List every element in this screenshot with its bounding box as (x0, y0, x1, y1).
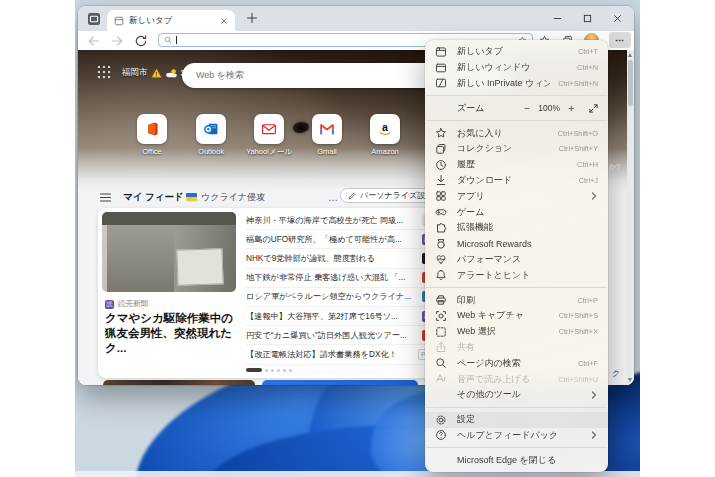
amazon-icon: a (370, 114, 400, 144)
extensions-icon (435, 222, 448, 234)
headline-item[interactable]: 【改正電帳法対応】請求書業務をDX化！ PR (246, 345, 433, 364)
quick-link-tile[interactable]: a Amazon (360, 114, 410, 156)
menu-item[interactable]: 音声で読み上げる Ctrl+Shift+U (425, 371, 608, 387)
menu-item[interactable]: ダウンロード Ctrl+J (425, 173, 608, 189)
menu-item[interactable]: 共有 (425, 340, 608, 356)
page-scrollbar[interactable] (627, 50, 634, 385)
tab-bar: 新しいタブ (78, 6, 634, 31)
more-options-button[interactable]: ⋯ (609, 32, 631, 48)
menu-item[interactable]: お気に入り Ctrl+Shift+O (425, 125, 608, 141)
weather-city: 福岡市 (122, 67, 148, 79)
tab-actions-menu-button[interactable] (87, 12, 101, 26)
feed-menu-icon[interactable] (100, 188, 111, 206)
games-icon (435, 206, 448, 218)
quick-link-tile[interactable]: Office (127, 114, 177, 156)
help-icon (435, 429, 448, 441)
pagination-dot[interactable] (265, 369, 268, 372)
menu-item[interactable]: ページ内の検索 Ctrl+F (425, 355, 608, 371)
pagination-dot-active[interactable] (246, 368, 262, 372)
edge-more-menu: 新しいタブ Ctrl+T 新しいウィンドウ Ctrl+N 新しい InPriva… (425, 40, 608, 472)
rewards-icon (435, 238, 448, 250)
news-source: 読 読売新聞 (105, 299, 148, 309)
menu-item[interactable]: 設定 (425, 412, 608, 428)
menu-item[interactable]: 拡張機能 (425, 220, 608, 236)
minimize-button[interactable] (542, 6, 572, 31)
card-pagination (98, 368, 440, 372)
pagination-dot[interactable] (277, 369, 280, 372)
feed-tab-my-feed[interactable]: マイ フィード (123, 188, 184, 206)
menu-item[interactable]: 履歴 Ctrl+H (425, 157, 608, 173)
menu-item[interactable]: Microsoft Edge を閉じる (425, 452, 608, 468)
menu-separator (426, 120, 607, 121)
menu-item[interactable]: 新しいタブ Ctrl+T (425, 44, 608, 60)
news-image[interactable] (102, 212, 236, 292)
tab-new-tab[interactable]: 新しいタブ (107, 10, 235, 31)
headline-item[interactable]: 円安で“カニ爆買い”訪日外国人観光ツアー... (246, 326, 433, 345)
headline-item[interactable]: 地下鉄が非常停止 乗客逃げ惑い大混乱 「... (246, 269, 433, 288)
new-tab-button[interactable] (244, 10, 260, 26)
downloads-icon (435, 174, 448, 186)
maximize-button[interactable] (572, 6, 602, 31)
menu-item[interactable]: 新しい InPrivate ウィンドウ Ctrl+Shift+N (425, 76, 608, 92)
app-launcher-icon[interactable] (96, 64, 112, 80)
pagination-dot[interactable] (271, 369, 274, 372)
menu-item[interactable]: ヘルプとフィードバック (425, 428, 608, 444)
headline-item[interactable]: ロシア軍がベラルーシ領空からウクライナ... (246, 288, 433, 307)
zoom-in-button[interactable]: ＋ (565, 101, 577, 115)
headline-item[interactable]: NHKで9党幹部が論戦、態度割れる (246, 249, 433, 268)
web-capture-icon (435, 310, 448, 322)
submenu-chevron-icon (590, 192, 598, 200)
headline-item[interactable]: 【速報中】大谷翔平、第2打席で16号ソ... 読 (246, 307, 433, 326)
feed-tab-ukraine[interactable]: ウクライナ侵攻 (186, 188, 265, 206)
refresh-icon[interactable] (134, 34, 148, 48)
menu-separator (426, 95, 607, 96)
headline-item[interactable]: 福島のUFO研究所、「極めて可能性が高... 読 (246, 230, 433, 249)
menu-item[interactable]: 新しいウィンドウ Ctrl+N (425, 60, 608, 76)
news-card: 読 読売新聞 クマやシカ駆除作業中の猟友会男性、突然現れたク... 神奈川・平塚… (98, 208, 440, 378)
menu-item[interactable]: その他のツール (425, 387, 608, 403)
headline-item[interactable]: 神奈川・平塚の海岸で高校生が死亡 同級... (246, 211, 433, 230)
zoom-level: 100% (538, 103, 560, 113)
outlook-icon (196, 114, 226, 144)
feed-more-button[interactable]: … (328, 188, 339, 206)
scrollbar-up-icon[interactable] (628, 53, 632, 57)
zoom-out-button[interactable]: − (521, 103, 533, 114)
menu-item[interactable]: 印刷 Ctrl+P (425, 292, 608, 308)
menu-separator (426, 287, 607, 288)
scrollbar-thumb[interactable] (628, 60, 633, 106)
settings-icon (435, 414, 448, 426)
menu-item[interactable]: コレクション Ctrl+Shift+Y (425, 141, 608, 157)
search-placeholder: Web を検索 (196, 69, 244, 82)
quick-link-tile[interactable]: Outlook (186, 114, 236, 156)
menu-separator (426, 447, 607, 448)
back-icon[interactable] (87, 34, 101, 48)
menu-item[interactable]: パフォーマンス (425, 252, 608, 268)
office-icon (137, 114, 167, 144)
fullscreen-icon[interactable] (589, 104, 598, 113)
menu-item[interactable]: Web キャプチャ Ctrl+Shift+S (425, 308, 608, 324)
hidden-card-text: ク (612, 368, 620, 379)
menu-item[interactable]: ゲーム (425, 204, 608, 220)
gmail-icon (312, 114, 342, 144)
menu-item[interactable]: Web 選択 Ctrl+Shift+X (425, 324, 608, 340)
tab-close-icon[interactable] (220, 17, 228, 25)
forward-icon[interactable] (110, 34, 124, 48)
pagination-dot[interactable] (283, 369, 286, 372)
scrollbar-down-icon[interactable] (628, 378, 632, 382)
quick-link-tile[interactable]: Gmail (302, 114, 352, 156)
find-icon (435, 357, 448, 369)
menu-item[interactable]: アプリ (425, 188, 608, 204)
menu-item[interactable]: アラートとヒント (425, 267, 608, 283)
main-headline[interactable]: クマやシカ駆除作業中の猟友会男性、突然現れたク... (105, 311, 236, 356)
desktop: 新しいタブ (75, 0, 640, 477)
next-card-preview (262, 380, 418, 385)
pagination-dot[interactable] (289, 369, 292, 372)
text-caret (176, 36, 177, 44)
hero-caption-text: か? (609, 162, 620, 172)
menu-separator (426, 407, 607, 408)
tab-title: 新しいタブ (129, 15, 220, 27)
quick-link-tile[interactable]: Yahoo!メール (244, 114, 294, 157)
close-window-button[interactable] (602, 6, 632, 31)
menu-item[interactable]: Microsoft Rewards (425, 236, 608, 252)
source-favicon: 読 (105, 300, 114, 309)
